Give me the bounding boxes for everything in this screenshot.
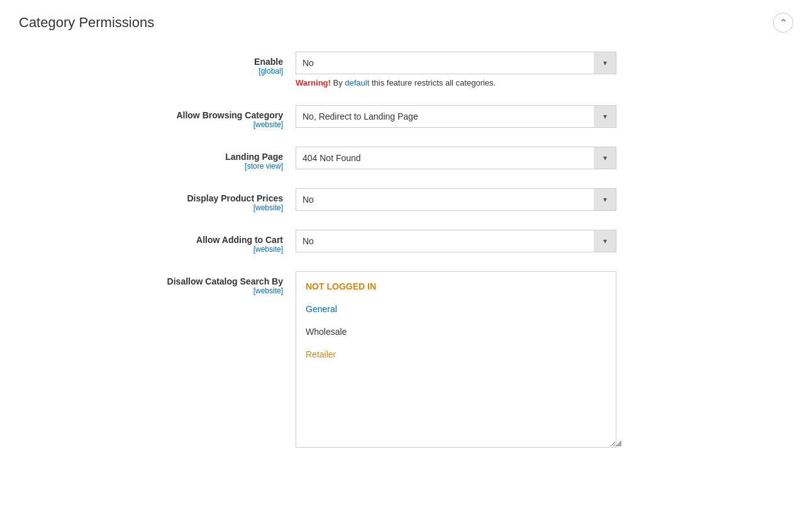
display-prices-row: Display Product Prices [website] No Yes …	[31, 188, 781, 212]
display-prices-label-col: Display Product Prices [website]	[31, 188, 296, 212]
multiselect-item-not-logged-in[interactable]: NOT LOGGED IN	[296, 275, 616, 298]
enable-warning: Warning! By default this feature restric…	[296, 78, 623, 87]
display-prices-field-col: No Yes ▾	[296, 188, 623, 211]
warning-link: default	[345, 78, 369, 87]
landing-page-label-col: Landing Page [store view]	[31, 147, 296, 171]
section-header: Category Permissions ⌃	[19, 13, 793, 33]
warning-before: By	[333, 78, 345, 87]
allow-cart-scope: [website]	[31, 245, 283, 254]
allow-browsing-label: Allow Browsing Category	[31, 110, 283, 120]
allow-browsing-scope: [website]	[31, 120, 283, 129]
multiselect-item-general[interactable]: General	[296, 298, 616, 320]
enable-select[interactable]: No Yes	[296, 52, 616, 74]
enable-field-col: No Yes ▾ Warning! By default this featur…	[296, 52, 623, 87]
disallow-search-field-col: NOT LOGGED IN General Wholesale Retailer	[296, 271, 623, 448]
disallow-search-scope: [website]	[31, 286, 283, 295]
enable-scope: [global]	[31, 67, 283, 76]
allow-cart-field-col: No Yes ▾	[296, 230, 623, 252]
landing-page-field-col: 404 Not Found ▾	[296, 147, 623, 169]
warning-label: Warning!	[296, 78, 331, 87]
display-prices-label: Display Product Prices	[31, 193, 283, 203]
display-prices-select-wrapper: No Yes ▾	[296, 188, 616, 211]
allow-cart-label-col: Allow Adding to Cart [website]	[31, 230, 296, 254]
disallow-search-label: Disallow Catalog Search By	[31, 276, 283, 286]
allow-cart-select-wrapper: No Yes ▾	[296, 230, 616, 252]
multiselect-item-retailer[interactable]: Retailer	[296, 343, 616, 366]
allow-browsing-select[interactable]: No, Redirect to Landing Page Yes	[296, 105, 616, 128]
multiselect-item-wholesale[interactable]: Wholesale	[296, 320, 616, 343]
page-container: Category Permissions ⌃ Enable [global] N…	[0, 0, 812, 478]
warning-after: this feature restricts all categories.	[372, 78, 496, 87]
disallow-search-multiselect[interactable]: NOT LOGGED IN General Wholesale Retailer	[296, 271, 616, 448]
enable-label-col: Enable [global]	[31, 52, 296, 76]
display-prices-scope: [website]	[31, 203, 283, 212]
page-title: Category Permissions	[19, 14, 154, 31]
disallow-search-multiselect-container: NOT LOGGED IN General Wholesale Retailer	[296, 271, 623, 448]
allow-browsing-row: Allow Browsing Category [website] No, Re…	[31, 105, 781, 129]
disallow-search-row: Disallow Catalog Search By [website] NOT…	[31, 271, 781, 448]
allow-cart-label: Allow Adding to Cart	[31, 235, 283, 245]
landing-page-select-wrapper: 404 Not Found ▾	[296, 147, 616, 169]
landing-page-label: Landing Page	[31, 152, 283, 162]
landing-page-row: Landing Page [store view] 404 Not Found …	[31, 147, 781, 171]
form-container: Enable [global] No Yes ▾ Warning! By def…	[19, 52, 793, 448]
enable-select-wrapper: No Yes ▾	[296, 52, 616, 74]
enable-label: Enable	[31, 57, 283, 67]
display-prices-select[interactable]: No Yes	[296, 188, 616, 211]
allow-browsing-label-col: Allow Browsing Category [website]	[31, 105, 296, 129]
allow-cart-select[interactable]: No Yes	[296, 230, 616, 252]
landing-page-scope: [store view]	[31, 162, 283, 171]
disallow-search-label-col: Disallow Catalog Search By [website]	[31, 271, 296, 295]
allow-browsing-select-wrapper: No, Redirect to Landing Page Yes ▾	[296, 105, 616, 128]
collapse-button[interactable]: ⌃	[773, 13, 793, 33]
enable-row: Enable [global] No Yes ▾ Warning! By def…	[31, 52, 781, 87]
landing-page-select[interactable]: 404 Not Found	[296, 147, 616, 169]
allow-cart-row: Allow Adding to Cart [website] No Yes ▾	[31, 230, 781, 254]
collapse-icon: ⌃	[779, 17, 787, 29]
allow-browsing-field-col: No, Redirect to Landing Page Yes ▾	[296, 105, 623, 128]
